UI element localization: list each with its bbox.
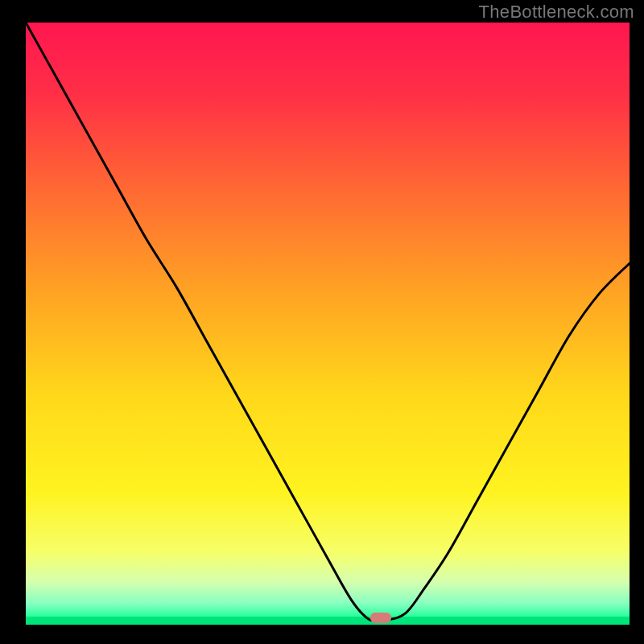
watermark-text: TheBottleneck.com [479,2,634,23]
chart-frame: TheBottleneck.com [0,0,644,644]
bottleneck-chart [0,0,644,644]
green-baseline [26,617,630,625]
min-marker [370,613,391,623]
plot-area [26,23,630,625]
